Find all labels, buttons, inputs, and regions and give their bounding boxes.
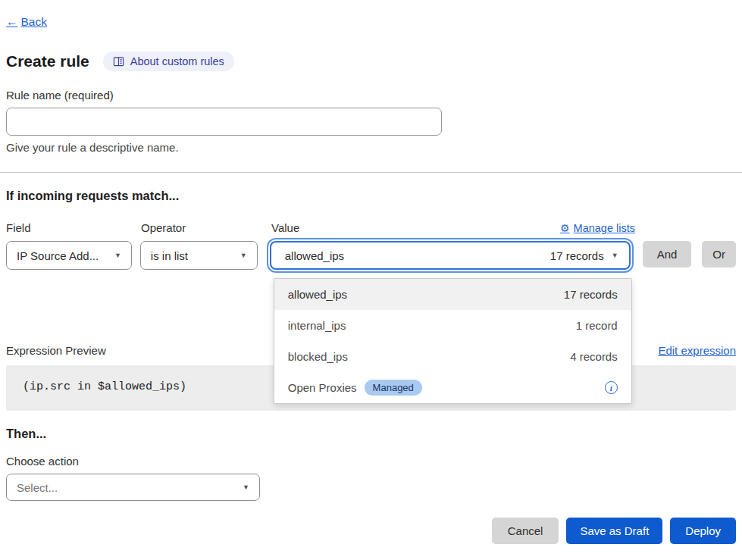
- chevron-down-icon: ▼: [243, 483, 249, 491]
- section-divider: [0, 172, 742, 173]
- action-select[interactable]: Select... ▼: [6, 474, 260, 501]
- rule-name-label: Rule name (required): [6, 89, 736, 102]
- back-link[interactable]: ←Back: [6, 15, 47, 29]
- and-button[interactable]: And: [643, 241, 692, 267]
- list-option-internal-ips[interactable]: internal_ips 1 record: [274, 310, 631, 341]
- managed-badge: Managed: [365, 380, 422, 396]
- value-records-count: 17 records: [550, 249, 604, 262]
- gear-icon: ⚙: [560, 222, 570, 234]
- list-option-blocked-ips[interactable]: blocked_ips 4 records: [274, 341, 631, 372]
- list-option-allowed-ips[interactable]: allowed_ips 17 records: [274, 279, 631, 310]
- rule-name-helper: Give your rule a descriptive name.: [6, 141, 736, 154]
- then-section-heading: Then...: [6, 427, 736, 441]
- back-arrow-icon: ←: [6, 15, 18, 29]
- operator-label: Operator: [141, 221, 259, 234]
- list-name: blocked_ips: [288, 350, 348, 363]
- field-label: Field: [6, 221, 133, 234]
- edit-expression-link[interactable]: Edit expression: [658, 344, 736, 357]
- list-records: 4 records: [570, 350, 618, 363]
- chevron-down-icon: ▼: [240, 252, 247, 259]
- list-name: allowed_ips: [288, 288, 347, 301]
- info-icon[interactable]: i: [605, 381, 618, 394]
- operator-select-value: is in list: [151, 249, 188, 262]
- choose-action-label: Choose action: [6, 455, 736, 468]
- chevron-down-icon: ▼: [114, 252, 121, 259]
- list-name: Open Proxies: [288, 381, 357, 394]
- expression-preview-label: Expression Preview: [6, 344, 106, 357]
- manage-lists-link[interactable]: ⚙Manage lists: [560, 222, 635, 234]
- page-title: Create rule: [6, 52, 89, 70]
- about-custom-rules-label: About custom rules: [130, 55, 224, 67]
- deploy-button[interactable]: Deploy: [670, 518, 736, 544]
- chevron-down-icon: ▼: [612, 252, 618, 259]
- or-button[interactable]: Or: [702, 241, 736, 267]
- list-records: 17 records: [564, 288, 618, 301]
- rule-name-input[interactable]: [6, 108, 442, 136]
- list-name: internal_ips: [288, 319, 346, 332]
- field-select-value: IP Source Add...: [17, 249, 99, 262]
- back-label: Back: [21, 15, 47, 29]
- value-label: Value: [271, 221, 299, 234]
- create-rule-page: ←Back Create rule About custom rules Rul…: [0, 0, 742, 559]
- value-combobox-value: allowed_ips: [285, 249, 344, 262]
- save-as-draft-button[interactable]: Save as Draft: [566, 518, 662, 544]
- action-select-placeholder: Select...: [17, 481, 58, 494]
- match-section-heading: If incoming requests match...: [6, 189, 736, 203]
- book-icon: [113, 56, 124, 67]
- about-custom-rules-link[interactable]: About custom rules: [103, 52, 234, 71]
- operator-select[interactable]: is in list ▼: [140, 241, 258, 270]
- value-combobox[interactable]: allowed_ips 17 records ▼: [270, 241, 631, 270]
- manage-lists-label: Manage lists: [574, 222, 635, 234]
- field-select[interactable]: IP Source Add... ▼: [6, 241, 132, 270]
- lists-dropdown-panel: allowed_ips 17 records internal_ips 1 re…: [274, 278, 632, 404]
- list-records: 1 record: [576, 319, 618, 332]
- cancel-button[interactable]: Cancel: [492, 518, 559, 544]
- list-option-open-proxies[interactable]: Open Proxies Managed i: [274, 372, 631, 403]
